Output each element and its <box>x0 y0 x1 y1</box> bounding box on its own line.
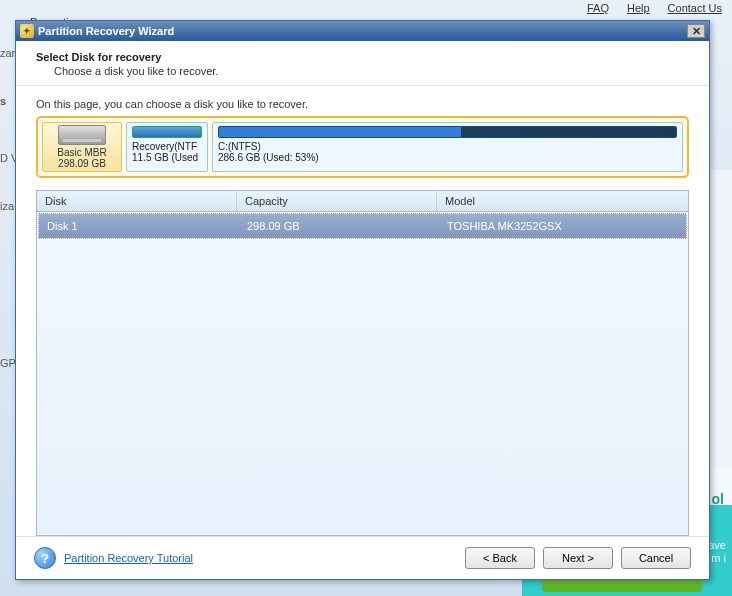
body-section: On this page, you can choose a disk you … <box>16 86 709 536</box>
col-capacity[interactable]: Capacity <box>237 191 437 211</box>
partition-name: Recovery(NTF <box>132 141 202 152</box>
partition-recovery[interactable]: Recovery(NTF 11.5 GB (Used <box>126 122 208 172</box>
titlebar: ✦ Partition Recovery Wizard ✕ <box>16 21 709 41</box>
partition-usage-bar <box>218 126 677 138</box>
dialog-content: Select Disk for recovery Choose a disk y… <box>16 41 709 579</box>
disk-map: Basic MBR 298.09 GB Recovery(NTF 11.5 GB… <box>36 116 689 178</box>
help-icon[interactable]: ? <box>34 547 56 569</box>
partition-usage-bar <box>132 126 202 138</box>
tutorial-link[interactable]: Partition Recovery Tutorial <box>64 552 193 564</box>
bg-link-faq[interactable]: FAQ <box>587 2 609 14</box>
page-subtitle: Choose a disk you like to recover. <box>54 65 689 77</box>
col-disk[interactable]: Disk <box>37 191 237 211</box>
bg-txt: ave <box>708 539 726 551</box>
next-button[interactable]: Next > <box>543 547 613 569</box>
table-row[interactable]: Disk 1 298.09 GB TOSHIBA MK3252GSX <box>38 213 687 239</box>
partition-usage: 11.5 GB (Used <box>132 152 202 163</box>
partition-usage: 286.6 GB (Used: 53%) <box>218 152 677 163</box>
col-model[interactable]: Model <box>437 191 688 211</box>
partition-c[interactable]: C:(NTFS) 286.6 GB (Used: 53%) <box>212 122 683 172</box>
bg-link-contact[interactable]: Contact Us <box>668 2 722 14</box>
bg-txt: ol <box>712 491 724 507</box>
cancel-button[interactable]: Cancel <box>621 547 691 569</box>
disk-size: 298.09 GB <box>58 158 106 169</box>
disk-block[interactable]: Basic MBR 298.09 GB <box>42 122 122 172</box>
cell-model: TOSHIBA MK3252GSX <box>439 214 686 238</box>
close-button[interactable]: ✕ <box>687 24 705 38</box>
partition-recovery-wizard-dialog: ✦ Partition Recovery Wizard ✕ Select Dis… <box>15 20 710 580</box>
cell-disk: Disk 1 <box>39 214 239 238</box>
disk-table: Disk Capacity Model Disk 1 298.09 GB TOS… <box>36 190 689 536</box>
window-title: Partition Recovery Wizard <box>38 25 174 37</box>
app-icon: ✦ <box>20 24 34 38</box>
disk-name: Basic MBR <box>57 147 106 158</box>
header-section: Select Disk for recovery Choose a disk y… <box>16 41 709 86</box>
cell-capacity: 298.09 GB <box>239 214 439 238</box>
disk-icon <box>58 125 106 145</box>
instruction-text: On this page, you can choose a disk you … <box>36 98 689 110</box>
dialog-footer: ? Partition Recovery Tutorial < Back Nex… <box>16 536 709 579</box>
bg-txt: m i <box>711 552 726 564</box>
bg-top-links: FAQ Help Contact Us <box>587 2 722 14</box>
back-button[interactable]: < Back <box>465 547 535 569</box>
partition-name: C:(NTFS) <box>218 141 677 152</box>
bg-link-help[interactable]: Help <box>627 2 650 14</box>
page-title: Select Disk for recovery <box>36 51 689 63</box>
table-header: Disk Capacity Model <box>37 191 688 212</box>
